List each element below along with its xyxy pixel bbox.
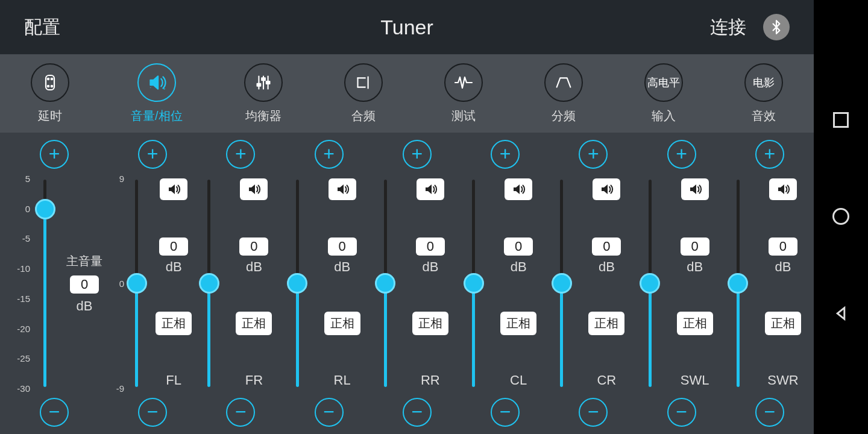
channel-minus-button[interactable]: − xyxy=(667,398,696,427)
channel-value: 0 xyxy=(769,237,797,256)
channel-plus-button[interactable]: + xyxy=(226,140,255,169)
channel-label: RR xyxy=(421,373,440,388)
channel-value: 0 xyxy=(159,237,188,256)
channel-FR: +0dB正相FR− xyxy=(197,133,285,434)
channel-unit: dB xyxy=(775,259,791,275)
trapezoid-icon xyxy=(544,63,583,102)
channel-value: 0 xyxy=(328,237,357,256)
svg-rect-11 xyxy=(262,78,265,80)
phase-button[interactable]: 正相 xyxy=(588,312,624,335)
phase-button[interactable]: 正相 xyxy=(412,312,448,335)
toolbar-item-4[interactable]: 测试 xyxy=(444,63,483,124)
channel-plus-button[interactable]: + xyxy=(667,140,696,169)
phase-button[interactable]: 正相 xyxy=(236,312,272,335)
mute-button[interactable] xyxy=(160,178,187,200)
channel-minus-button[interactable]: − xyxy=(226,398,255,427)
channel-slider[interactable] xyxy=(135,180,138,387)
channel-label: SWR xyxy=(767,373,798,388)
toolbar-item-2[interactable]: 均衡器 xyxy=(244,63,283,124)
toolbar-item-1[interactable]: -+音量/相位 xyxy=(131,63,183,124)
bluetooth-icon[interactable] xyxy=(763,14,790,40)
toolbar: 延时-+音量/相位均衡器合频测试分频高电平输入电影音效 xyxy=(0,54,814,133)
channel-label: FL xyxy=(166,373,181,388)
channel-label: RL xyxy=(334,373,351,388)
channel-minus-button[interactable]: − xyxy=(755,398,784,427)
channel-slider[interactable] xyxy=(472,180,475,387)
phase-button[interactable]: 正相 xyxy=(500,312,536,335)
channel-value: 0 xyxy=(681,237,709,256)
svg-point-2 xyxy=(51,78,52,79)
channel-minus-button[interactable]: − xyxy=(315,398,344,427)
channel-plus-button[interactable]: + xyxy=(138,140,167,169)
mute-button[interactable] xyxy=(681,178,709,200)
mute-button[interactable] xyxy=(593,178,620,200)
channel-label: CR xyxy=(597,373,616,388)
phase-button[interactable]: 正相 xyxy=(156,312,192,335)
toolbar-badge: 电影 xyxy=(744,63,783,102)
channel-minus-button[interactable]: − xyxy=(138,398,167,427)
master-label: 主音量 xyxy=(66,253,102,269)
phase-button[interactable]: 正相 xyxy=(324,312,360,335)
mute-button[interactable] xyxy=(769,178,797,200)
channel-plus-button[interactable]: + xyxy=(403,140,432,169)
recent-apps-button[interactable] xyxy=(833,112,849,128)
channel-slider[interactable] xyxy=(384,180,387,387)
channel-plus-button[interactable]: + xyxy=(315,140,344,169)
master-plus-button[interactable]: + xyxy=(40,140,69,169)
channel-plus-button[interactable]: + xyxy=(579,140,608,169)
connect-button[interactable]: 连接 xyxy=(710,15,746,40)
toolbar-item-3[interactable]: 合频 xyxy=(344,63,383,124)
channel-slider[interactable] xyxy=(737,180,740,387)
channel-plus-button[interactable]: + xyxy=(755,140,784,169)
channel-plus-button[interactable]: + xyxy=(491,140,520,169)
header: 配置 Tuner 连接 xyxy=(0,0,814,54)
toolbar-item-6[interactable]: 高电平输入 xyxy=(644,63,683,124)
channel-unit: dB xyxy=(422,259,438,275)
svg-rect-0 xyxy=(46,75,54,90)
toolbar-item-label: 延时 xyxy=(38,108,62,124)
master-minus-button[interactable]: − xyxy=(40,398,69,427)
channel-minus-button[interactable]: − xyxy=(579,398,608,427)
mute-button[interactable] xyxy=(240,178,268,200)
back-button[interactable] xyxy=(832,305,849,322)
channel-slider[interactable] xyxy=(649,180,652,387)
toolbar-item-5[interactable]: 分频 xyxy=(544,63,583,124)
channel-RL: +0dB正相RL− xyxy=(285,133,373,434)
channel-FL: +90-90dB正相FL− xyxy=(108,133,197,434)
channel-slider[interactable] xyxy=(560,180,563,387)
channel-unit: dB xyxy=(511,259,527,275)
phase-button[interactable]: 正相 xyxy=(677,312,713,335)
mute-button[interactable] xyxy=(329,178,356,200)
toolbar-item-label: 测试 xyxy=(451,108,476,124)
app-title: Tuner xyxy=(0,16,814,39)
master-slider[interactable] xyxy=(43,180,46,387)
toolbar-item-7[interactable]: 电影音效 xyxy=(744,63,783,124)
toolbar-item-0[interactable]: 延时 xyxy=(31,63,69,124)
config-button[interactable]: 配置 xyxy=(24,15,60,40)
svg-rect-12 xyxy=(266,81,269,84)
mute-button[interactable] xyxy=(505,178,532,200)
channel-label: FR xyxy=(245,373,263,388)
master-scale: 50-5-10-15-20-25-30 xyxy=(6,178,34,388)
channel-RR: +0dB正相RR− xyxy=(373,133,461,434)
car-icon xyxy=(31,63,69,102)
toolbar-item-label: 均衡器 xyxy=(245,108,281,124)
channel-label: CL xyxy=(510,373,527,388)
master-channel: + 50-5-10-15-20-25-30 主音量 0 dB − xyxy=(0,133,108,434)
channel-slider[interactable] xyxy=(296,180,299,387)
toolbar-item-label: 输入 xyxy=(652,108,676,124)
toolbar-item-label: 合频 xyxy=(351,108,376,124)
volume-icon: -+ xyxy=(137,63,176,102)
channel-minus-button[interactable]: − xyxy=(403,398,432,427)
channel-SWR: +0dB正相SWR− xyxy=(726,133,814,434)
svg-point-3 xyxy=(48,85,49,86)
svg-rect-10 xyxy=(257,83,260,86)
channel-minus-button[interactable]: − xyxy=(491,398,520,427)
channel-slider[interactable] xyxy=(207,180,210,387)
phase-button[interactable]: 正相 xyxy=(765,312,801,335)
home-button[interactable] xyxy=(832,208,849,225)
toolbar-item-label: 分频 xyxy=(552,108,576,124)
toolbar-item-label: 音效 xyxy=(752,108,776,124)
mute-button[interactable] xyxy=(417,178,444,200)
channel-value: 0 xyxy=(504,237,533,256)
